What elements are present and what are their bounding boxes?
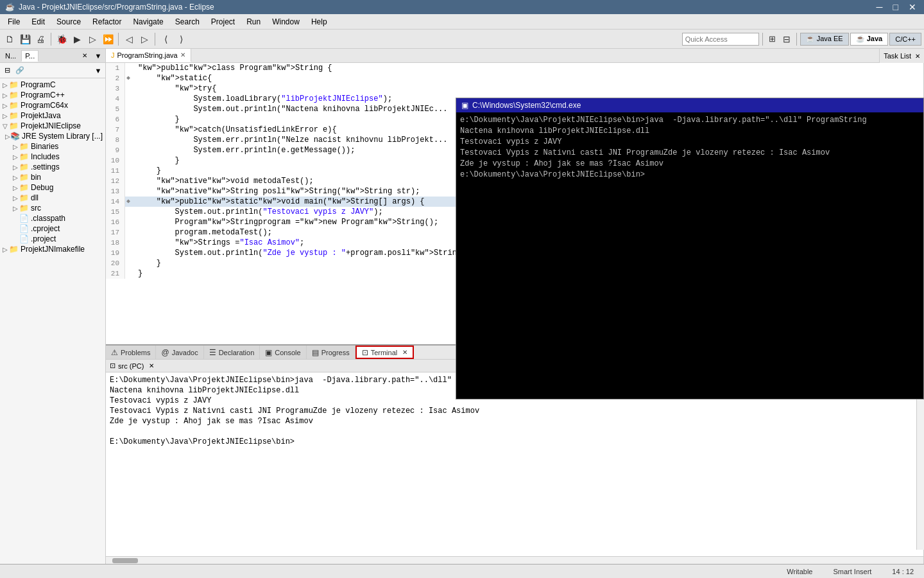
expand-icon[interactable]: ▽ <box>3 123 9 130</box>
expand-icon[interactable]: ▷ <box>13 184 19 191</box>
back-button[interactable]: ◁ <box>122 32 136 46</box>
bottom-tab-declaration[interactable]: ☰ Declaration <box>204 346 261 359</box>
terminal-tab-src[interactable]: ⊡ src (PC) ✕ <box>110 362 154 370</box>
bottom-tab-progress[interactable]: ▤ Progress <box>307 346 355 359</box>
line-code[interactable]: Program"kw">String <box>135 217 258 227</box>
link-editor-button[interactable]: 🔗 <box>14 65 26 76</box>
run-button[interactable]: ▶ <box>70 32 84 46</box>
expand-icon[interactable]: ▷ <box>13 205 19 212</box>
tree-item[interactable]: 📄 .project <box>0 234 105 244</box>
line-code[interactable]: System.err.println(e.getMessage()); <box>135 145 355 155</box>
tree-item[interactable]: ▽ 📁 ProjektJNIEclipse <box>0 121 105 131</box>
line-code[interactable]: } <box>135 166 161 176</box>
expand-icon[interactable]: ▷ <box>3 102 9 109</box>
expand-icon[interactable]: ▷ <box>13 174 19 181</box>
expand-icon[interactable]: ▷ <box>13 195 19 202</box>
tree-item[interactable]: ▷ 📁 Includes <box>0 152 105 162</box>
close-button[interactable]: ✕ <box>906 2 919 12</box>
bottom-tab-terminal[interactable]: ⊡ Terminal ✕ <box>355 346 415 359</box>
expand-icon[interactable]: ▷ <box>3 112 9 119</box>
expand-icon[interactable]: ▷ <box>3 82 9 89</box>
line-code[interactable]: System.out.println("Testovaci vypis z JA… <box>135 207 383 217</box>
horizontal-scrollbar[interactable] <box>106 556 923 564</box>
cmd-window[interactable]: ▣ C:\Windows\System32\cmd.exe e:\Dokumen… <box>456 98 924 399</box>
quick-access-input[interactable] <box>682 33 759 46</box>
maximize-button[interactable]: □ <box>891 2 901 12</box>
editor-tab-programstring[interactable]: J ProgramString.java ✕ <box>106 49 191 62</box>
menu-help[interactable]: Help <box>306 16 332 28</box>
sidebar-tab-packageexplorer[interactable]: P... <box>21 50 38 62</box>
line-code[interactable]: } <box>135 114 180 125</box>
tree-item[interactable]: ▷ 📁 ProgramC64x <box>0 100 105 110</box>
menu-edit[interactable]: Edit <box>26 16 50 28</box>
save-button[interactable]: 💾 <box>18 32 32 46</box>
sidebar-close-btn[interactable]: ✕ <box>78 50 91 61</box>
run3-button[interactable]: ⏩ <box>101 32 115 46</box>
task-list-close[interactable]: ✕ <box>915 53 920 60</box>
menu-run[interactable]: Run <box>241 16 266 28</box>
line-code[interactable]: } <box>135 258 161 268</box>
open-perspective-button[interactable]: ⊞ <box>766 32 779 46</box>
cpp-perspective[interactable]: C/C++ <box>889 33 921 46</box>
menu-project[interactable]: Project <box>206 16 240 28</box>
forward-button[interactable]: ▷ <box>137 32 151 46</box>
line-code[interactable]: program.metodaTest(); <box>135 227 272 238</box>
terminal-tab-close[interactable]: ✕ <box>149 362 154 369</box>
sidebar-menu-btn[interactable]: ▼ <box>92 50 104 62</box>
bottom-tab-problems[interactable]: ⚠ Problems <box>106 346 156 359</box>
bottom-tab-javadoc[interactable]: @ Javadoc <box>156 346 203 359</box>
line-code[interactable]: } <box>135 155 180 166</box>
line-code[interactable]: System.out.println("Zde je vystup : "+pr… <box>135 248 461 258</box>
expand-icon[interactable]: ▷ <box>3 246 9 253</box>
tab-close[interactable]: ✕ <box>402 349 407 356</box>
debug-button[interactable]: 🐞 <box>55 32 69 46</box>
line-code[interactable]: "kw">native <box>135 176 207 186</box>
tree-item[interactable]: ▷ 📁 ProgramC <box>0 80 105 90</box>
java-ee-perspective[interactable]: ☕ Java EE <box>800 33 849 46</box>
run2-button[interactable]: ▷ <box>85 32 99 46</box>
prev-button[interactable]: ⟨ <box>158 32 173 46</box>
tree-item[interactable]: ▷ 📁 Debug <box>0 182 105 193</box>
tree-item[interactable]: ▷ 📁 ProjektJava <box>0 110 105 121</box>
tree-item[interactable]: ▷ 📁 src <box>0 203 105 213</box>
line-code[interactable]: } <box>135 268 142 279</box>
expand-icon[interactable]: ▷ <box>5 133 10 140</box>
expand-icon[interactable]: ▷ <box>13 164 19 171</box>
menu-search[interactable]: Search <box>170 16 205 28</box>
new-button[interactable]: 🗋 <box>3 32 17 46</box>
minimize-button[interactable]: ─ <box>874 2 886 12</box>
line-code[interactable]: System.out.println("Nactena knihovna lib… <box>135 104 447 114</box>
tree-item[interactable]: ▷ 📁 .settings <box>0 162 105 172</box>
line-code[interactable]: "kw">public <box>135 197 207 207</box>
expand-icon[interactable]: ▷ <box>3 92 9 99</box>
line-code[interactable]: "kw">public <box>135 63 189 73</box>
view-menu-button[interactable]: ▼ <box>92 65 104 76</box>
tree-item[interactable]: 📄 .classpath <box>0 213 105 223</box>
menu-navigate[interactable]: Navigate <box>128 16 168 28</box>
line-code[interactable]: "kw">try <box>135 83 212 94</box>
editor-tab-close[interactable]: ✕ <box>180 51 185 58</box>
tree-item[interactable]: ▷ 📁 ProgramC++ <box>0 90 105 100</box>
layout-button[interactable]: ⊟ <box>780 32 793 46</box>
sidebar-tab-navigator[interactable]: N... <box>1 50 20 62</box>
java-perspective[interactable]: ☕ Java <box>850 33 889 46</box>
bottom-tab-console[interactable]: ▣ Console <box>260 346 306 359</box>
tree-item[interactable]: ▷ 📁 dll <box>0 193 105 203</box>
line-code[interactable]: "kw">String <box>135 238 226 248</box>
menu-file[interactable]: File <box>3 16 25 28</box>
next-button[interactable]: ⟩ <box>174 32 188 46</box>
tree-item[interactable]: 📄 .cproject <box>0 223 105 234</box>
tree-item[interactable]: ▷ 📁 bin <box>0 172 105 182</box>
line-code[interactable]: System.loadLibrary("libProjektJNIEclipse… <box>135 94 392 104</box>
expand-icon[interactable]: ▷ <box>13 153 19 161</box>
menu-source[interactable]: Source <box>51 16 86 28</box>
tree-item[interactable]: ▷ 📚 JRE System Library [...] <box>0 131 105 141</box>
line-code[interactable]: "kw">native <box>135 186 207 197</box>
line-code[interactable]: "kw">static <box>135 73 207 83</box>
collapse-all-button[interactable]: ⊟ <box>1 65 13 76</box>
line-code[interactable]: "kw">catch <box>135 125 221 135</box>
menu-refactor[interactable]: Refactor <box>87 16 126 28</box>
print-button[interactable]: 🖨 <box>33 32 47 46</box>
tree-item[interactable]: ▷ 📁 ProjektJNImakefile <box>0 244 105 254</box>
expand-icon[interactable]: ▷ <box>13 143 19 150</box>
